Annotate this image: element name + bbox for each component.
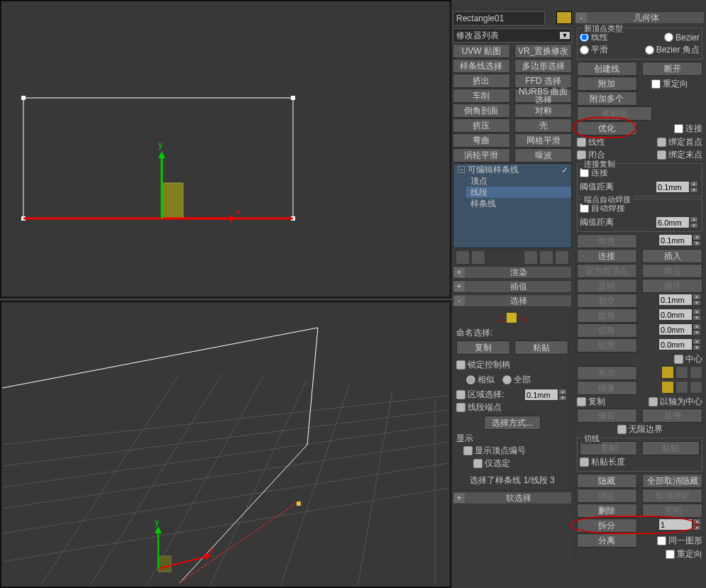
modifier-对称[interactable]: 对称 <box>514 104 572 118</box>
svg-line-20 <box>87 374 222 586</box>
connect-button[interactable]: 连接 <box>577 249 637 263</box>
detach-button[interactable]: 分离 <box>577 533 637 548</box>
pin-stack-icon[interactable] <box>456 250 470 265</box>
mirror-h-icon[interactable] <box>661 381 674 394</box>
svg-line-21 <box>144 374 265 586</box>
modifier-stack[interactable]: -可编辑样条线 顶点 线段 样条线 ✓ <box>453 163 572 248</box>
subobject-level-icons[interactable]: ∴∿ <box>456 313 568 324</box>
svg-marker-10 <box>158 151 165 158</box>
modifier-UVW 贴图[interactable]: UVW 贴图 <box>453 44 510 58</box>
modifier-挤压[interactable]: 挤压 <box>453 118 510 133</box>
mirror-both-icon[interactable] <box>690 381 702 394</box>
grid-3d: x y <box>2 303 449 586</box>
threshold-dist-spinner[interactable]: ▲▼ <box>656 181 700 193</box>
modifier-弯曲[interactable]: 弯曲 <box>453 133 510 148</box>
attach-button[interactable]: 附加 <box>577 77 637 91</box>
svg-marker-8 <box>229 215 236 222</box>
svg-rect-6 <box>162 183 183 218</box>
stack-spline[interactable]: 样条线 <box>466 198 571 209</box>
modifier-VR_置换修改[interactable]: VR_置换修改 <box>514 44 572 58</box>
make-unique-icon[interactable] <box>524 250 538 265</box>
viewport-perspective[interactable]: x y <box>0 301 451 588</box>
fillet-button: 圆角 <box>577 309 637 323</box>
new-vertex-type-label: 新顶点类型 <box>582 23 625 34</box>
unhide-all-button[interactable]: 全部取消隐藏 <box>642 474 702 488</box>
same-shape-checkbox[interactable]: 同一图形 <box>657 533 702 548</box>
bezier-corner-radio[interactable] <box>645 45 654 55</box>
svg-line-23 <box>279 384 350 586</box>
reverse-button: 反转 <box>577 279 637 293</box>
modifier-挤出[interactable]: 挤出 <box>453 74 510 88</box>
object-name-field[interactable] <box>453 11 545 26</box>
break-button[interactable]: 断开 <box>642 62 702 76</box>
smooth-radio[interactable] <box>580 45 589 55</box>
modifier-壳[interactable]: 壳 <box>514 118 572 133</box>
connect-opt-checkbox[interactable]: 连接 <box>674 121 702 135</box>
rollout-geometry[interactable]: -几何体 <box>575 11 705 24</box>
copy-selection-button[interactable]: 复制 <box>456 340 510 355</box>
make-first-button: 设为首顶点 <box>577 264 637 278</box>
chamfer-button: 切角 <box>577 323 637 338</box>
stack-segment[interactable]: 线段 <box>466 187 571 198</box>
paste-selection-button[interactable]: 粘贴 <box>514 340 568 355</box>
outline-spinner[interactable]: ▲▼ <box>658 338 702 350</box>
fillet-spinner[interactable]: ▲▼ <box>658 309 702 321</box>
configure-sets-icon[interactable] <box>555 250 569 265</box>
remove-modifier-icon[interactable] <box>539 250 553 265</box>
attach-multi-button[interactable]: 附加多个 <box>577 91 637 106</box>
autoweld-threshold-spinner[interactable]: ▲▼ <box>656 216 700 228</box>
bool-union-icon[interactable] <box>661 366 674 379</box>
modifier-样条线选择[interactable]: 样条线选择 <box>453 59 510 73</box>
svg-text:y: y <box>158 140 162 150</box>
center-checkbox: 中心 <box>674 353 702 365</box>
modifier-网格平滑[interactable]: 网格平滑 <box>514 133 572 148</box>
divide-button[interactable]: 拆分 <box>577 518 637 533</box>
rollout-render[interactable]: +渲染 <box>453 266 572 279</box>
rollout-soft-selection[interactable]: +软选择 <box>453 492 572 504</box>
modifier-FFD 选择[interactable]: FFD 选择 <box>514 74 572 88</box>
modifier-list-label: 修改器列表 <box>456 30 499 42</box>
tangent-paste-button: 粘贴 <box>642 441 700 455</box>
chamfer-spinner[interactable]: ▲▼ <box>658 323 702 335</box>
viewport-top[interactable]: x y <box>0 0 451 298</box>
infinite-bounds-checkbox: 无限边界 <box>617 423 663 436</box>
svg-text:y: y <box>155 517 159 527</box>
cross-section-button: 横截面 <box>577 106 652 121</box>
delete-button[interactable]: 删除 <box>577 504 637 518</box>
modifier-NURBS 曲面选择[interactable]: NURBS 曲面选择 <box>514 89 572 103</box>
weld-spinner[interactable]: ▲▼ <box>658 234 702 246</box>
divide-spinner[interactable]: ▲▼ <box>658 518 702 531</box>
hide-button[interactable]: 隐藏 <box>577 474 637 488</box>
optimize-button[interactable]: 优化 <box>577 121 637 135</box>
bezier-radio[interactable] <box>664 33 673 42</box>
modifier-倒角剖面[interactable]: 倒角剖面 <box>453 104 510 118</box>
stack-toggle-icon[interactable]: ✓ <box>561 165 568 175</box>
show-end-result-icon[interactable] <box>471 250 485 265</box>
modifier-多边形选择[interactable]: 多边形选择 <box>514 59 572 73</box>
bool-subtract-icon[interactable] <box>675 366 688 379</box>
reorient-checkbox[interactable]: 重定向 <box>638 77 702 91</box>
detach-reorient-checkbox[interactable]: 重定向 <box>666 548 702 560</box>
trim-button: 修剪 <box>577 409 637 423</box>
insert-button[interactable]: 插入 <box>642 249 702 263</box>
select-by-button[interactable]: 选择方式... <box>484 416 541 430</box>
object-color-swatch[interactable] <box>556 11 572 24</box>
svg-marker-32 <box>155 526 162 533</box>
fuse-button: 熔合 <box>642 264 702 278</box>
rollout-selection[interactable]: -选择 <box>453 294 572 307</box>
modifier-噪波[interactable]: 噪波 <box>514 148 572 162</box>
paste-length-checkbox: 粘贴长度 <box>580 456 625 468</box>
modifier-list-dropdown[interactable]: 修改器列表 <box>453 28 572 43</box>
lock-handles-checkbox: 锁定控制柄 <box>456 359 510 371</box>
create-line-button[interactable]: 创建线 <box>577 62 637 76</box>
crossinsert-spinner[interactable]: ▲▼ <box>658 294 702 306</box>
mirror-v-icon[interactable] <box>675 381 688 394</box>
stack-vertex[interactable]: 顶点 <box>466 175 571 187</box>
only-selected-checkbox: 仅选定 <box>473 457 510 470</box>
svg-line-26 <box>180 503 297 583</box>
modifier-涡轮平滑[interactable]: 涡轮平滑 <box>453 148 510 162</box>
bool-intersect-icon[interactable] <box>690 366 702 379</box>
modifier-车削[interactable]: 车削 <box>453 89 510 103</box>
rollout-interpolation[interactable]: +插值 <box>453 280 572 293</box>
area-select-spinner: ▲▼ <box>524 389 568 401</box>
